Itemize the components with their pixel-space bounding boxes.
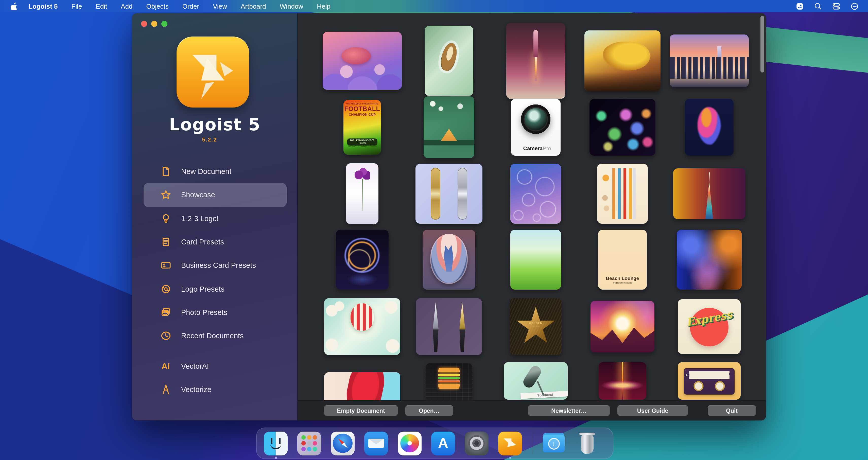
menu-order[interactable]: Order [182, 2, 199, 10]
sidebar-item-label: New Document [181, 167, 231, 175]
menu-add[interactable]: Add [121, 2, 132, 10]
showcase-item-beach-lounge-logo[interactable]: Beach LoungeOuddorp Netherlands [598, 230, 647, 290]
showcase-item-red-hair-portrait[interactable] [324, 372, 400, 401]
scrollbar[interactable] [761, 15, 765, 410]
sidebar-item-recent-documents[interactable]: Recent Documents [144, 324, 287, 348]
app-version: 5.2.2 [132, 136, 287, 142]
menu-window[interactable]: Window [280, 2, 303, 10]
sidebar-item-vectorai[interactable]: AIVectorAI [144, 355, 287, 378]
showcase-item-camerapro-logo[interactable]: CameraPro [511, 99, 561, 156]
minimize-button[interactable] [151, 21, 157, 27]
showcase-item-wild-nature-poster[interactable]: WILD NATURE [424, 96, 474, 158]
showcase-item-pencils-sketch[interactable] [597, 164, 648, 224]
sidebar-item-business-card-presets[interactable]: Business Card Presets [144, 254, 287, 277]
showcase-item-airship-clouds[interactable] [323, 32, 402, 90]
showcase-item-light-flare[interactable] [599, 362, 646, 400]
showcase-item-text-brand-subtitle: Ouddorp Netherlands [598, 282, 647, 284]
dock-mail[interactable] [364, 431, 388, 455]
star-icon [160, 190, 172, 201]
menu-help[interactable]: Help [317, 2, 331, 10]
sidebar-item-showcase[interactable]: Showcase [144, 183, 287, 207]
sidebar-item-photo-presets[interactable]: Photo Presets [144, 301, 287, 324]
showcase-item-purple-tulips-vase[interactable] [346, 163, 378, 224]
user-guide-button[interactable]: User Guide [617, 405, 688, 416]
showcase-item-text-label-rtd: RTD [729, 373, 735, 376]
showcase-item-soap-bubbles[interactable] [510, 164, 561, 224]
menu-artboard[interactable]: Artboard [241, 2, 266, 10]
finder-icon [264, 431, 288, 455]
menu-app-name[interactable]: Logoist 5 [28, 2, 58, 10]
spotlight-search-icon[interactable] [814, 2, 823, 10]
showcase-item-text-poster-subtitle: CHAMPION CUP [343, 112, 381, 117]
logoist-window: Logoist 5 5.2.2 New DocumentShowcase1-2-… [132, 13, 766, 421]
showcase-item-cassette-tape[interactable]: ARTD [678, 362, 741, 400]
close-button[interactable] [141, 21, 147, 27]
control-center-icon[interactable] [832, 2, 841, 10]
showcase-item-text-cam-word-light: Pro [542, 145, 561, 151]
dock-trash[interactable] [575, 431, 599, 455]
mail-icon [364, 431, 388, 455]
sidebar-item-1-2-3-logo[interactable]: 1-2-3 Logo! [144, 207, 287, 230]
showcase-item-boat-aerial[interactable] [425, 26, 473, 96]
showcase-grid: WE PROUDLY PRESENT THEFOOTBALLCHAMPION C… [298, 13, 766, 401]
business-card-icon [160, 260, 172, 271]
dock-finder[interactable] [264, 431, 288, 455]
showcase-item-rainbow-prism-peak[interactable] [673, 168, 745, 219]
gauge-icon[interactable] [850, 2, 859, 10]
sidebar-tools: AIVectorAIVectorize [144, 355, 287, 401]
scrollbar-thumb[interactable] [761, 16, 764, 72]
dock-photos[interactable] [398, 431, 422, 455]
menu-items: FileEditAddObjectsOrderViewArtboardWindo… [71, 2, 331, 10]
photo-stack-icon [160, 307, 172, 318]
showcase-item-gold-silver-watches[interactable] [415, 164, 483, 224]
showcase-item-city-skyline-sunset[interactable] [670, 34, 749, 87]
dock-settings[interactable] [465, 431, 489, 455]
showcase-item-express-retro-logo[interactable]: Express [678, 299, 741, 354]
newsletter-button[interactable]: Newsletter… [528, 405, 610, 416]
safari-icon [331, 431, 354, 455]
dock-launchpad[interactable] [297, 431, 321, 455]
empty-document-button[interactable]: Empty Document [324, 405, 398, 416]
showcase-item-yellow-muscle-car[interactable] [584, 30, 660, 91]
zoom-button[interactable] [161, 21, 167, 27]
showcase-item-rocket-launch[interactable] [506, 23, 565, 99]
showcase-item-neon-burger-sign[interactable] [426, 363, 472, 401]
showcase-item-green-grass-bokeh[interactable] [510, 230, 561, 290]
sidebar-item-logo-presets[interactable]: Logo Presets [144, 277, 287, 301]
menu-view[interactable]: View [213, 2, 227, 10]
showcase-item-neon-bull[interactable] [677, 230, 742, 290]
clock-icon [160, 330, 172, 341]
dock-logoist[interactable] [498, 431, 522, 455]
dock-appstore[interactable] [431, 431, 455, 455]
showcase-item-neon-bokeh-lights[interactable] [589, 99, 655, 156]
sidebar-item-vectorize[interactable]: Vectorize [144, 378, 287, 402]
menu-objects[interactable]: Objects [146, 2, 169, 10]
sidebar-nav: New DocumentShowcase1-2-3 Logo!Card Pres… [144, 160, 287, 348]
raycast-icon[interactable] [796, 2, 804, 10]
quit-button[interactable]: Quit [708, 405, 756, 416]
showcase-item-text-cam-word-bold: Camera [511, 145, 542, 151]
showcase-item-wolf-badge[interactable] [423, 230, 475, 290]
showcase-item-speakers-microphone[interactable]: Speakers! [504, 362, 568, 400]
sidebar-item-new-document[interactable]: New Document [144, 160, 287, 183]
showcase-item-golden-star[interactable]: GOLDENStar Inc. [510, 298, 562, 355]
apple-logo-icon[interactable] [11, 2, 18, 10]
open-button[interactable]: Open… [405, 405, 453, 416]
dock-downloads[interactable] [542, 431, 566, 455]
pen-tip-icon [160, 384, 172, 395]
dock [256, 428, 613, 459]
dock-safari[interactable] [331, 431, 354, 455]
showcase-item-fountain-pen-nibs[interactable] [416, 298, 482, 355]
showcase-item-light-swirl[interactable] [336, 230, 389, 290]
sidebar-item-card-presets[interactable]: Card Presets [144, 230, 287, 254]
showcase-item-lion-logo[interactable] [685, 99, 734, 156]
menu-file[interactable]: File [71, 2, 82, 10]
showcase-item-purple-sunset-mountains[interactable] [590, 301, 654, 353]
showcase-item-hot-air-balloon[interactable] [324, 298, 400, 355]
showcase-item-football-poster[interactable]: WE PROUDLY PRESENT THEFOOTBALLCHAMPION C… [343, 100, 381, 155]
logo-ring-icon [160, 283, 172, 294]
menu-edit[interactable]: Edit [96, 2, 107, 10]
sidebar-item-label: Vectorize [181, 386, 211, 394]
sidebar-item-label: Showcase [181, 191, 215, 199]
sidebar-item-label: Recent Documents [181, 332, 244, 340]
